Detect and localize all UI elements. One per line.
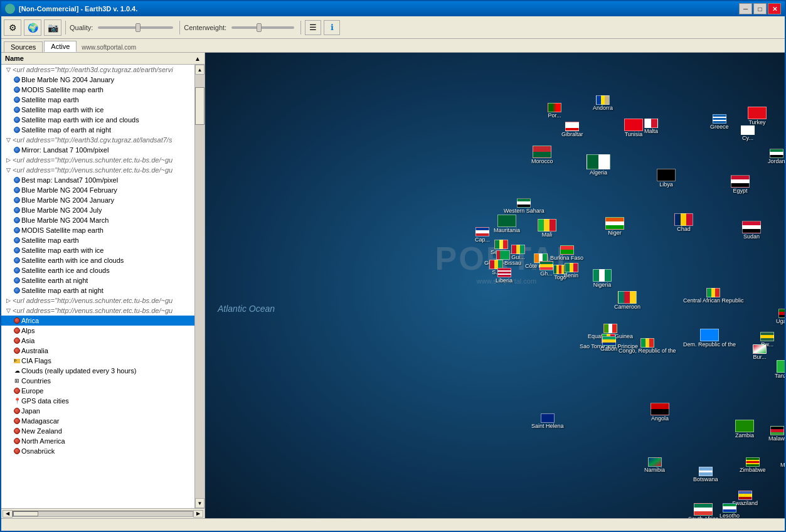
flag-gabon xyxy=(602,336,616,346)
globe-icon-9 xyxy=(13,186,21,194)
info-button[interactable]: ℹ xyxy=(324,20,340,35)
tree-item-satmapice1[interactable]: Satellite map earth with ice xyxy=(1,105,194,115)
tree-item-asia[interactable]: Asia xyxy=(1,336,194,346)
tree-item-modis1[interactable]: MODIS Satellite map earth xyxy=(1,85,194,95)
sidebar-vertical-scrollbar[interactable]: ▲ ▼ xyxy=(194,65,204,508)
flag-liberia xyxy=(497,268,511,277)
hscroll-left-button[interactable]: ◀ xyxy=(3,510,13,518)
tree-item-bluemarble4[interactable]: Blue Marble NG 2004 July xyxy=(1,205,194,215)
flag-cape-verde xyxy=(475,227,489,237)
flag-ghana xyxy=(539,261,553,270)
flag-congo xyxy=(640,338,654,348)
country-malawi: Malawi xyxy=(768,426,785,442)
tree-item-satearthnight[interactable]: Satellite earth at night xyxy=(1,275,194,285)
tree-item-satmapiceclouds1[interactable]: Satellite map earth with ice and clouds xyxy=(1,115,194,125)
country-mozambique: Mozambique xyxy=(780,449,785,468)
sidebar-collapse-arrow[interactable]: ▲ xyxy=(194,55,201,62)
globe-icon-14 xyxy=(13,236,21,245)
hscroll-thumb[interactable] xyxy=(13,511,38,516)
toolbar-btn-3[interactable]: 📷 xyxy=(44,19,61,36)
tree-item-url4[interactable]: ▽ <url address="http://venus.schunter.et… xyxy=(1,165,194,175)
tree-item-bestmap[interactable]: Best map: Landsat7 100m/pixel xyxy=(1,175,194,185)
app-window: [Non-Commercial] - Earth3D v. 1.0.4. ─ □… xyxy=(0,0,786,532)
tree-item-africa[interactable]: Africa xyxy=(1,316,194,326)
tab-sources[interactable]: Sources xyxy=(4,41,43,52)
tree-item-bluemarble3[interactable]: Blue Marble NG 2004 January xyxy=(1,195,194,205)
flag-namibia xyxy=(648,457,662,467)
globe-icon-17 xyxy=(13,266,21,275)
tree-item-northamerica[interactable]: North America xyxy=(1,436,194,446)
tree-item-gpscities[interactable]: 📍 GPS data cities xyxy=(1,396,194,406)
tree-item-europe[interactable]: Europe xyxy=(1,386,194,396)
red-dot-newzealand xyxy=(13,427,21,435)
hscroll-right-button[interactable]: ▶ xyxy=(193,510,203,518)
vscroll-down-button[interactable]: ▼ xyxy=(195,498,204,508)
vscroll-thumb[interactable] xyxy=(195,87,204,125)
red-dot-madagascar xyxy=(13,417,21,425)
tree-item-satmap1[interactable]: Satellite map earth xyxy=(1,95,194,105)
country-mauritania: Mauritania xyxy=(494,215,520,233)
map-area[interactable]: Atlantic Ocean PORTAL www.softportal.com… xyxy=(205,53,785,518)
country-libya: Libya xyxy=(657,169,676,188)
vscroll-up-button[interactable]: ▲ xyxy=(195,65,204,75)
sidebar-content[interactable]: ▽ <url address="http://earth3d.cgv.tugra… xyxy=(1,65,194,508)
tree-item-mirror1[interactable]: Mirror: Landsat 7 100m/pixel xyxy=(1,145,194,155)
tree-item-alps[interactable]: Alps xyxy=(1,326,194,336)
status-bar xyxy=(1,518,785,531)
sidebar-header-label: Name xyxy=(5,55,24,62)
tree-item-satmapice2[interactable]: Satellite map earth with ice xyxy=(1,245,194,255)
tree-item-bluemarble2[interactable]: Blue Marble NG 2004 February xyxy=(1,185,194,195)
flag-sudan xyxy=(742,221,761,233)
toolbar-btn-2[interactable]: 🌍 xyxy=(24,19,41,36)
flag-jordan xyxy=(770,149,783,158)
flag-western-sahara xyxy=(517,198,531,208)
tree-item-countries[interactable]: ⊞ Countries xyxy=(1,376,194,386)
country-nigeria: Nigeria xyxy=(593,269,612,288)
minimize-button[interactable]: ─ xyxy=(739,3,752,14)
toolbar-btn-1[interactable]: ⚙ xyxy=(4,19,21,36)
country-morocco: Morocco xyxy=(531,146,553,164)
flag-guinea xyxy=(511,245,525,254)
globe-icon-15 xyxy=(13,246,21,255)
tree-item-bluemarble5[interactable]: Blue Marble NG 2004 March xyxy=(1,215,194,225)
centerweight-slider-thumb[interactable] xyxy=(257,23,262,32)
globe-icon-18 xyxy=(13,276,21,285)
tree-item-osnabruck[interactable]: Osnabrück xyxy=(1,446,194,456)
tree-item-australia[interactable]: Australia xyxy=(1,346,194,356)
globe-icon-6 xyxy=(13,125,21,134)
window-title: [Non-Commercial] - Earth3D v. 1.0.4. xyxy=(19,5,137,13)
tree-item-ciaflags[interactable]: 🏳 CIA Flags xyxy=(1,356,194,366)
country-zimbabwe: Zimbabwe xyxy=(740,457,766,473)
tree-item-satmapnight1[interactable]: Satellite map of earth at night xyxy=(1,125,194,135)
country-ghana: Gh... xyxy=(539,261,553,277)
list-view-button[interactable]: ☰ xyxy=(305,20,321,35)
tab-active[interactable]: Active xyxy=(44,41,77,52)
tree-item-url1[interactable]: ▽ <url address="http://earth3d.cgv.tugra… xyxy=(1,65,194,75)
tree-item-satmapiceclouds2[interactable]: Satellite earth with ice and clouds xyxy=(1,255,194,265)
close-button[interactable]: ✕ xyxy=(768,3,781,14)
tree-item-satearth1[interactable]: Satellite earth ice and clouds xyxy=(1,265,194,275)
flag-rwanda xyxy=(760,332,774,341)
quality-slider-thumb[interactable] xyxy=(135,23,141,32)
tree-item-newzealand[interactable]: New Zealand xyxy=(1,426,194,436)
tree-item-url3[interactable]: ▷ <url address="http://venus.schunter.et… xyxy=(1,155,194,165)
flag-chad xyxy=(674,213,693,226)
tree-item-url5[interactable]: ▷ <url address="http://venus.schunter.et… xyxy=(1,295,194,306)
expand-icon-url6: ▽ xyxy=(4,306,13,315)
tree-item-japan[interactable]: Japan xyxy=(1,406,194,416)
tree-item-satmap2[interactable]: Satellite map earth xyxy=(1,235,194,245)
flag-libya xyxy=(657,169,676,181)
sidebar-horizontal-scrollbar[interactable]: ◀ ▶ xyxy=(1,508,204,518)
tree-item-satmapnight2[interactable]: Satellite map earth at night xyxy=(1,285,194,295)
tree-item-clouds[interactable]: ☁ Clouds (really updated every 3 hours) xyxy=(1,366,194,376)
tree-item-modis2[interactable]: MODIS Satellite map earth xyxy=(1,225,194,235)
tree-item-bluemarble1[interactable]: Blue Marble NG 2004 January xyxy=(1,75,194,85)
tree-item-madagascar[interactable]: Madagascar xyxy=(1,416,194,426)
globe-icon-3 xyxy=(13,95,21,104)
centerweight-label: Centerweight: xyxy=(184,24,226,31)
tree-item-url6[interactable]: ▽ <url address="http://venus.schunter.et… xyxy=(1,306,194,316)
country-algeria: Algeria xyxy=(587,154,610,176)
red-dot-asia xyxy=(13,336,21,345)
tree-item-url2[interactable]: ▽ <url address="http://earth3d.cgv.tugra… xyxy=(1,135,194,145)
maximize-button[interactable]: □ xyxy=(753,3,767,14)
